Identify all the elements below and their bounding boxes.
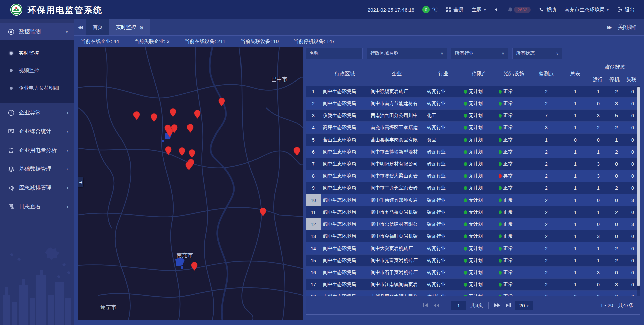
prev-page-button[interactable] [433, 303, 440, 308]
name-filter-input[interactable]: 名称 [306, 48, 363, 59]
map-pin[interactable] [259, 207, 267, 217]
limit-status-label: 无计划 [469, 258, 483, 264]
region-filter-select[interactable]: 行政区域名称 ∨ [367, 48, 447, 59]
map-pin[interactable] [191, 262, 198, 271]
sidebar-item-stats-doc[interactable]: 企业综合统计‹ [0, 122, 74, 141]
last-page-button[interactable] [505, 303, 511, 308]
table-row[interactable]: 14阆中生态环境局阆中大兴页岩机砖厂砖瓦行业无计划正常21120 [306, 242, 640, 255]
table-row[interactable]: 4高坪生态环境局南充市高坪区王家店建砖瓦行业无计划正常31220 [306, 122, 640, 134]
notifications-button[interactable]: 2632 [507, 7, 531, 13]
page-number-input[interactable] [451, 301, 466, 310]
map-pin[interactable] [218, 97, 225, 107]
status-filter-select[interactable]: 所有状态 ∨ [512, 48, 562, 59]
subcolumn-header-运行: 运行 [589, 76, 606, 83]
cell-running-count: 3 [589, 230, 607, 242]
tab-首页[interactable]: 首页 [86, 19, 109, 35]
map-collapse-handle[interactable]: ◀ [78, 177, 83, 187]
first-page-button[interactable] [423, 303, 429, 308]
logout-button[interactable]: 退出 [617, 7, 635, 13]
sound-button[interactable] [494, 7, 499, 12]
map-pin[interactable] [188, 149, 196, 158]
sidebar-item-bar-chart[interactable]: 企业用电量分析‹ [0, 141, 74, 160]
cell-industry: 建材行业 [425, 291, 462, 296]
table-row[interactable]: 1阆中生态环境局阆中强锐页岩砖厂砖瓦行业无计划正常21120 [306, 86, 640, 98]
table-scrollbar[interactable] [637, 86, 640, 296]
table-row[interactable]: 16阆中生态环境局阆中市石子页岩机砖厂砖瓦行业无计划正常21300 [306, 267, 640, 279]
table-row[interactable]: 2阆中生态环境局阆中市南方节能建材有砖瓦行业无计划正常21030 [306, 98, 640, 110]
map-panel[interactable]: 巴中市南充市遂宁市◀ [78, 47, 303, 320]
speaker-icon [494, 7, 499, 12]
close-operations-button[interactable]: 关闭操作 [618, 24, 638, 31]
cell-meter-count: 1 [561, 170, 589, 182]
row-index-cell: 18 [306, 291, 321, 296]
page-size-select[interactable]: 20 ∨ [515, 301, 533, 310]
fullscreen-button[interactable]: 全屏 [446, 7, 464, 13]
cell-running-count: 0 [589, 279, 607, 291]
help-button[interactable]: 帮助 [539, 7, 556, 13]
next-page-button[interactable] [494, 303, 501, 308]
table-row[interactable]: 17阆中生态环境局阆中市江南镇阆南页岩砖瓦行业无计划正常21030 [306, 279, 640, 291]
sidebar-subitem-active[interactable]: 实时监控 [0, 44, 74, 62]
map-pin[interactable] [169, 108, 177, 117]
map-pin[interactable] [178, 147, 186, 156]
table-row[interactable]: 18南部生态环境局南部县双华水泥有限公建材行业无计划正常60060 [306, 291, 640, 296]
map-pin[interactable] [165, 146, 172, 155]
cell-region: 阆中生态环境局 [321, 98, 369, 110]
sidebar-subitem-link[interactable]: 企业电力负荷明细 [0, 79, 74, 97]
table-row[interactable]: 3仪陇生态环境局西南油气田分公司川中化工无计划正常71350 [306, 110, 640, 122]
scrollbar-thumb[interactable] [637, 87, 640, 286]
limit-status-label: 无计划 [469, 209, 483, 215]
cell-limit-status: 无计划 [462, 134, 497, 146]
cell-company: 阆中市忠信建材有限公 [369, 218, 425, 230]
tab-close-icon[interactable]: ⊗ [139, 25, 143, 30]
sidebar-item-log-file[interactable]: 日志查看‹ [0, 197, 74, 216]
table-row[interactable]: 15阆中生态环境局阆中市光富页岩机砖厂砖瓦行业无计划正常21120 [306, 255, 640, 267]
table-row[interactable]: 9阆中生态环境局阆中市二龙长宝页岩砖砖瓦行业无计划正常21120 [306, 182, 640, 194]
map-pin[interactable] [186, 124, 194, 133]
status-dot-icon [499, 283, 502, 287]
cell-company: 阆中明阳建材有限公司 [369, 158, 425, 170]
table-row[interactable]: 10阆中生态环境局阆中千佛镇五郎垭页岩砖瓦行业无计划正常21003 [306, 194, 640, 206]
table-row[interactable]: 8阆中生态环境局阆中市枣碧大梁山页岩砖瓦行业无计划异常21300 [306, 170, 640, 182]
row-index-cell: 11 [306, 206, 321, 218]
cell-region: 阆中生态环境局 [321, 242, 369, 255]
page-title: 环保用电监管系统 [28, 5, 103, 16]
table-row[interactable]: 7阆中生态环境局阆中明阳建材有限公司砖瓦行业无计划正常21300 [306, 158, 640, 170]
org-menu-button[interactable]: 南充市生态环境局 ▾ [564, 7, 609, 13]
table-row[interactable]: 6阆中生态环境局阆中市金博瑞新型墙材砖瓦行业无计划正常21120 [306, 146, 640, 158]
cell-meter-count: 1 [561, 98, 589, 110]
table-row[interactable]: 12阆中生态环境局阆中市忠信建材有限公砖瓦行业无计划正常21003 [306, 218, 640, 230]
table-row[interactable]: 11阆中生态环境局阆中市五马桥页岩机砖砖瓦行业无计划正常21120 [306, 206, 640, 218]
column-header-企业: 企业 [369, 62, 425, 86]
tabs-scroll-right-button[interactable]: ▶▶ [607, 25, 611, 30]
sidebar-item-alert-circle[interactable]: 企业异常‹ [0, 103, 74, 122]
cell-region: 阆中生态环境局 [321, 267, 369, 279]
table-row[interactable]: 5营山生态环境局营山县润丰肉食品有限食品无计划正常10010 [306, 134, 640, 146]
map-pin[interactable] [133, 111, 140, 120]
sidebar-section-data-monitoring[interactable]: 数据监测 ∨ [0, 23, 74, 40]
sidebar-subitem-link[interactable]: 视频监控 [0, 62, 74, 79]
cell-meter-count: 1 [561, 206, 589, 218]
theme-button[interactable]: 主题 ▾ [472, 7, 486, 13]
map-pin[interactable] [185, 161, 193, 171]
row-index-cell: 9 [306, 182, 321, 194]
sidebar-item-layers[interactable]: 基础数据管理‹ [0, 160, 74, 178]
map-pin[interactable] [166, 128, 173, 137]
tabs-scroll-left-button[interactable]: ◀◀ [74, 19, 86, 35]
cell-meter-count: 0 [561, 134, 589, 146]
cell-industry: 砖瓦行业 [425, 242, 462, 255]
cell-stopped-count: 2 [607, 206, 626, 218]
cell-stopped-count: 2 [607, 86, 626, 98]
row-index: 18 [306, 291, 321, 296]
table-row[interactable]: 13阆中生态环境局阆中市金福旺页岩机砖砖瓦行业无计划正常21300 [306, 230, 640, 242]
cell-facility-status: 正常 [497, 218, 532, 230]
cell-company: 阆中市石子页岩机砖厂 [369, 267, 425, 279]
cell-region: 阆中生态环境局 [321, 158, 369, 170]
map-pin[interactable] [194, 110, 201, 119]
map-pin[interactable] [293, 147, 301, 156]
app-logo [10, 3, 23, 16]
tab-实时监控[interactable]: 实时监控⊗ [109, 19, 150, 35]
map-pin[interactable] [150, 113, 158, 122]
sidebar-item-megaphone[interactable]: 应急减排管理‹ [0, 178, 74, 197]
industry-filter-select[interactable]: 所有行业 ∨ [451, 48, 508, 59]
